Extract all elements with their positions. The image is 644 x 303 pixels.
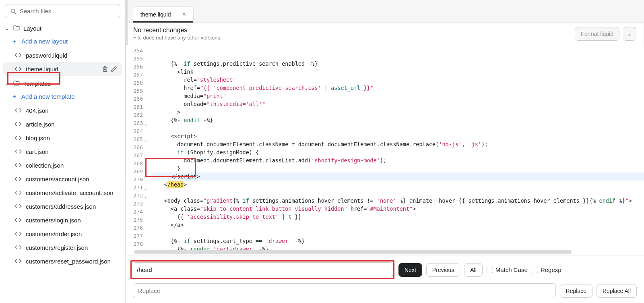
file-item[interactable]: password.liquid xyxy=(3,48,122,62)
code-line[interactable]: href="{{ 'component-predictive-search.cs… xyxy=(151,84,644,92)
file-item[interactable]: customers/reset_password.json xyxy=(3,254,122,268)
code-line[interactable]: <script> xyxy=(151,132,644,140)
add-layout-link[interactable]: ＋ Add a new layout xyxy=(0,34,125,48)
file-item[interactable]: 404.json xyxy=(3,104,122,117)
add-template-link[interactable]: ＋ Add a new template xyxy=(0,89,125,104)
find-replace-bar: Next Previous All Match Case Regexp Repl… xyxy=(126,255,644,303)
file-item[interactable]: collection.json xyxy=(3,158,122,172)
file-label: theme.liquid xyxy=(26,66,98,73)
file-item[interactable]: blog.json xyxy=(3,131,122,145)
code-line[interactable]: onload="this.media='all'" xyxy=(151,100,644,108)
chevron-down-icon: ⌄ xyxy=(4,25,10,32)
code-line[interactable]: {%- if settings.predictive_search_enable… xyxy=(151,60,644,68)
find-previous-button[interactable]: Previous xyxy=(426,263,460,277)
code-line[interactable]: </head> xyxy=(151,181,644,189)
code-line[interactable]: media="print" xyxy=(151,92,644,100)
file-item[interactable]: customers/register.json xyxy=(3,241,122,254)
info-subtitle: File does not have any other versions xyxy=(133,35,220,41)
code-icon xyxy=(14,52,22,59)
file-label: password.liquid xyxy=(26,52,117,59)
file-label: customers/account.json xyxy=(26,176,117,183)
code-line[interactable] xyxy=(151,124,644,132)
file-item[interactable]: article.json xyxy=(3,117,122,131)
file-item[interactable]: customers/activate_account.json xyxy=(3,186,122,199)
horizontal-scrollbar[interactable] xyxy=(134,250,572,254)
search-input[interactable] xyxy=(20,8,115,15)
file-label: article.json xyxy=(26,121,117,128)
code-line[interactable]: <link xyxy=(151,68,644,76)
code-line[interactable]: <a class="skip-to-content-link button vi… xyxy=(151,205,644,213)
tab-bar: theme.liquid × xyxy=(126,0,644,22)
regexp-checkbox[interactable]: Regexp xyxy=(532,266,561,273)
code-line[interactable]: } xyxy=(151,164,644,172)
file-label: customers/reset_password.json xyxy=(26,258,117,265)
code-icon xyxy=(14,175,22,183)
section-layout[interactable]: ⌄ Layout xyxy=(0,21,125,34)
file-sidebar: ⌄ Layout ＋ Add a new layout password.liq… xyxy=(0,0,126,303)
format-liquid-button[interactable]: Format liquid xyxy=(575,27,619,41)
editor-main: theme.liquid × No recent changes File do… xyxy=(126,0,644,303)
code-icon xyxy=(14,120,22,128)
code-line[interactable]: {%- endif -%} xyxy=(151,116,644,124)
plus-icon: ＋ xyxy=(11,93,17,100)
tab-theme-liquid[interactable]: theme.liquid × xyxy=(133,6,194,22)
svg-line-1 xyxy=(14,12,16,14)
find-all-button[interactable]: All xyxy=(464,263,483,277)
file-item[interactable]: customers/addresses.json xyxy=(3,199,122,213)
edit-icon[interactable] xyxy=(111,66,117,72)
code-line[interactable]: if (Shopify.designMode) { xyxy=(151,148,644,156)
code-line[interactable]: document.documentElement.className = doc… xyxy=(151,140,644,148)
file-item[interactable]: customers/order.json xyxy=(3,227,122,241)
code-icon xyxy=(14,244,22,251)
section-templates[interactable]: ⌄ Templates xyxy=(0,76,125,89)
file-item[interactable]: customers/login.json xyxy=(3,213,122,227)
code-line[interactable]: document.documentElement.classList.add('… xyxy=(151,156,644,164)
find-input[interactable] xyxy=(132,262,393,277)
svg-point-0 xyxy=(11,9,15,12)
regexp-input[interactable] xyxy=(532,267,538,273)
plus-icon: ＋ xyxy=(11,37,17,45)
file-label: customers/register.json xyxy=(26,244,117,251)
code-line[interactable]: rel="stylesheet" xyxy=(151,76,644,84)
file-label: 404.json xyxy=(26,107,117,114)
code-icon xyxy=(14,230,22,237)
add-layout-label: Add a new layout xyxy=(21,38,68,45)
replace-input[interactable] xyxy=(133,283,556,298)
code-line[interactable]: {{ 'accessibility.skip_to_text' | t }} xyxy=(151,213,644,221)
delete-icon[interactable] xyxy=(102,66,108,72)
code-icon xyxy=(14,107,22,114)
code-icon xyxy=(14,203,22,210)
code-line[interactable] xyxy=(151,229,644,237)
file-item[interactable]: cart.json xyxy=(3,145,122,158)
format-dropdown-button[interactable]: ⌄ xyxy=(623,27,636,41)
file-label: collection.json xyxy=(26,162,117,169)
folder-icon xyxy=(13,25,20,32)
match-case-input[interactable] xyxy=(487,267,493,273)
code-editor[interactable]: 254255256257258259260261262263▾264265▾26… xyxy=(126,45,644,255)
code-area[interactable]: {%- if settings.predictive_search_enable… xyxy=(145,45,644,255)
code-icon xyxy=(14,134,22,141)
code-line[interactable]: <body class="gradient{% if settings.anim… xyxy=(151,197,644,205)
find-next-button[interactable]: Next xyxy=(398,263,422,277)
close-icon[interactable]: × xyxy=(182,11,186,18)
replace-button[interactable]: Replace xyxy=(560,284,592,298)
code-line[interactable]: </script> xyxy=(151,172,644,181)
file-label: customers/activate_account.json xyxy=(26,189,117,196)
chevron-down-icon: ⌄ xyxy=(627,31,632,37)
code-line[interactable] xyxy=(151,189,644,197)
file-item[interactable]: theme.liquid xyxy=(3,62,122,76)
code-line[interactable]: </a> xyxy=(151,221,644,229)
info-title: No recent changes xyxy=(133,27,220,34)
file-label: customers/login.json xyxy=(26,217,117,224)
code-line[interactable]: > xyxy=(151,108,644,116)
code-line[interactable]: {%- if settings.cart_type == 'drawer' -%… xyxy=(151,237,644,245)
code-icon xyxy=(14,189,22,196)
section-label: Templates xyxy=(23,80,51,87)
tab-label: theme.liquid xyxy=(140,11,171,18)
search-files[interactable] xyxy=(5,4,120,18)
version-info-bar: No recent changes File does not have any… xyxy=(126,22,644,45)
match-case-checkbox[interactable]: Match Case xyxy=(487,266,528,273)
file-item[interactable]: customers/account.json xyxy=(3,172,122,186)
replace-all-button[interactable]: Replace All xyxy=(597,284,637,298)
folder-icon xyxy=(13,80,20,87)
